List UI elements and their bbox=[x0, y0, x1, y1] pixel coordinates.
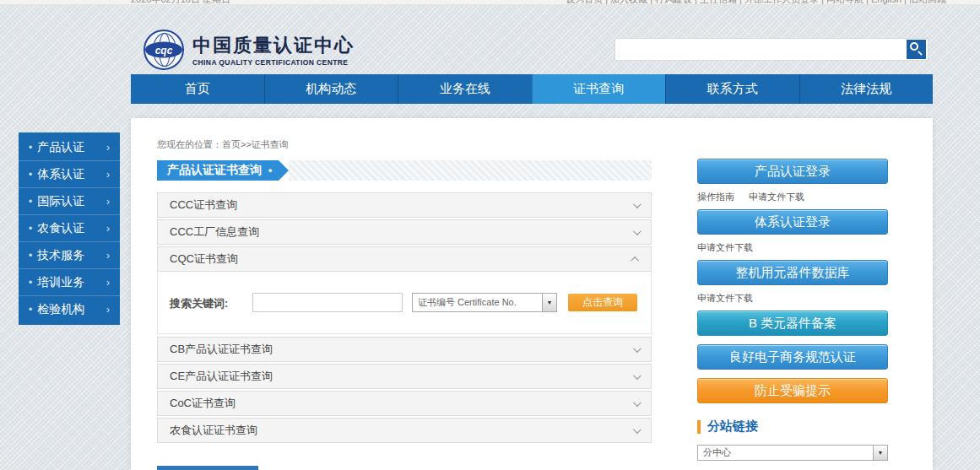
component-db-links: 申请文件下载 bbox=[697, 292, 888, 305]
sidebar-item-product-cert[interactable]: • 产品认证 › bbox=[19, 134, 120, 161]
keyword-label: 搜索关键词: bbox=[170, 296, 228, 311]
bullet-icon: • bbox=[29, 304, 32, 316]
chevron-right-icon: › bbox=[106, 277, 110, 289]
sidebar-item-system-cert[interactable]: • 体系认证 › bbox=[19, 161, 120, 188]
query-accordion: CCC证书查询 CCC工厂信息查询 CQC证书查询 搜索关键词: 证书编号 Ce… bbox=[157, 192, 652, 445]
bullet-icon: • bbox=[29, 142, 32, 154]
nav-item-news[interactable]: 机构动态 bbox=[264, 74, 398, 104]
banner-dot-icon: • bbox=[268, 165, 272, 176]
select-arrow-icon: ▼ bbox=[542, 294, 556, 311]
top-links[interactable]: 设为首页 | 加入收藏 | 行风建设 | 主任信箱 | 外部工作人员登录 | 网… bbox=[566, 0, 946, 5]
chevron-down-icon bbox=[633, 371, 642, 380]
ecommerce-cert-button[interactable]: 良好电子商务规范认证 bbox=[697, 344, 888, 370]
bullet-icon: • bbox=[29, 196, 32, 208]
nav-item-home[interactable]: 首页 bbox=[131, 74, 264, 104]
bullet-icon: • bbox=[29, 277, 32, 289]
application-files-link[interactable]: 申请文件下载 bbox=[749, 192, 804, 202]
class-b-component-button[interactable]: B 类元器件备案 bbox=[697, 311, 888, 336]
search-type-select[interactable]: 证书编号 Certificate No. ▼ bbox=[412, 293, 557, 312]
chevron-down-icon bbox=[633, 227, 642, 235]
cqc-abbr: cqc bbox=[145, 42, 182, 58]
bullet-icon: • bbox=[29, 250, 32, 262]
header-search-button[interactable] bbox=[907, 40, 926, 59]
application-files-link[interactable]: 申请文件下载 bbox=[697, 242, 753, 252]
accordion-ccc-certificate[interactable]: CCC证书查询 bbox=[157, 192, 652, 218]
chevron-right-icon: › bbox=[106, 196, 110, 208]
chevron-right-icon: › bbox=[106, 250, 110, 262]
chevron-down-icon bbox=[633, 425, 642, 434]
header-search bbox=[615, 38, 929, 61]
product-cert-login-button[interactable]: 产品认证登录 bbox=[697, 159, 888, 184]
nav-item-contact[interactable]: 联系方式 bbox=[665, 74, 799, 104]
cqc-search-form: 搜索关键词: 证书编号 Certificate No. ▼ 点击查询 bbox=[157, 272, 652, 334]
current-date: 2020年02月16日 星期日 bbox=[131, 0, 230, 5]
chevron-down-icon bbox=[633, 398, 642, 407]
section-banner: 产品认证证书查询 • bbox=[157, 160, 652, 181]
sidebar-item-training[interactable]: • 培训业务 › bbox=[19, 269, 120, 296]
sidebar-item-tech-service[interactable]: • 技术服务 › bbox=[19, 242, 120, 269]
banner-hatch-strip bbox=[289, 160, 652, 181]
site-subtitle: CHINA QUALITY CERTIFICATION CENTRE bbox=[192, 58, 355, 67]
query-submit-button[interactable]: 点击查询 bbox=[568, 294, 637, 311]
chevron-down-icon bbox=[633, 344, 642, 353]
system-cert-login-button[interactable]: 体系认证登录 bbox=[697, 209, 888, 235]
chevron-right-icon: › bbox=[106, 169, 110, 181]
chevron-down-icon bbox=[633, 200, 642, 208]
subsite-select[interactable]: 分中心 ▼ bbox=[697, 445, 888, 461]
accordion-ccc-factory[interactable]: CCC工厂信息查询 bbox=[157, 219, 652, 245]
chevron-right-icon: › bbox=[106, 142, 110, 154]
subsite-links-header: 分站链接 bbox=[697, 419, 888, 435]
operation-guide-link[interactable]: 操作指南 bbox=[697, 192, 734, 202]
page-title: 产品认证证书查询 bbox=[167, 163, 262, 178]
main-nav: 首页 机构动态 业务在线 证书查询 联系方式 法律法规 bbox=[131, 74, 933, 104]
search-icon bbox=[910, 42, 918, 51]
nav-item-online-business[interactable]: 业务在线 bbox=[398, 74, 532, 104]
nav-item-certificate-query[interactable]: 证书查询 bbox=[532, 74, 666, 104]
accordion-agrifood-certificate[interactable]: 农食认证证书查询 bbox=[157, 418, 652, 443]
header-search-input[interactable] bbox=[615, 39, 907, 60]
sidebar-item-agrifood-cert[interactable]: • 农食认证 › bbox=[19, 215, 120, 242]
component-database-button[interactable]: 整机用元器件数据库 bbox=[697, 260, 888, 285]
product-login-links: 操作指南 申请文件下载 bbox=[697, 191, 888, 203]
accordion-cqc-certificate[interactable]: CQC证书查询 bbox=[157, 246, 652, 272]
application-files-link[interactable]: 申请文件下载 bbox=[697, 293, 753, 303]
select-arrow-icon: ▼ bbox=[873, 446, 887, 460]
system-login-links: 申请文件下载 bbox=[697, 241, 888, 254]
breadcrumb: 您现在的位置：首页>>证书查询 bbox=[157, 138, 289, 151]
accordion-cb-certificate[interactable]: CB产品认证证书查询 bbox=[157, 337, 652, 362]
accordion-ce-certificate[interactable]: CE产品认证证书查询 bbox=[157, 364, 652, 389]
site-logo[interactable]: cqc 中国质量认证中心 CHINA QUALITY CERTIFICATION… bbox=[143, 28, 355, 72]
cqc-globe-icon: cqc bbox=[143, 30, 184, 70]
top-utility-bar: 2020年02月16日 星期日 设为首页 | 加入收藏 | 行风建设 | 主任信… bbox=[0, 0, 980, 5]
bullet-icon: • bbox=[29, 169, 32, 181]
orange-bar-icon bbox=[697, 420, 701, 434]
chevron-right-icon: › bbox=[106, 304, 110, 316]
site-title: 中国质量认证中心 bbox=[192, 33, 355, 58]
nav-item-laws[interactable]: 法律法规 bbox=[799, 74, 934, 104]
bullet-icon: • bbox=[29, 223, 32, 235]
accordion-coc-certificate[interactable]: CoC证书查询 bbox=[157, 391, 652, 416]
right-panel: 产品认证登录 操作指南 申请文件下载 体系认证登录 申请文件下载 整机用元器件数… bbox=[697, 159, 888, 470]
left-sidebar: • 产品认证 › • 体系认证 › • 国际认证 › • 农食认证 › • 技术… bbox=[19, 132, 120, 325]
sidebar-item-inspection[interactable]: • 检验机构 › bbox=[19, 296, 120, 323]
content-panel: 您现在的位置：首页>>证书查询 产品认证证书查询 • CCC证书查询 CCC工厂… bbox=[131, 118, 933, 470]
anti-fraud-button[interactable]: 防止受骗提示 bbox=[697, 378, 888, 403]
next-section-banner-clipped bbox=[157, 466, 258, 470]
chevron-right-icon: › bbox=[106, 223, 110, 235]
sidebar-item-international-cert[interactable]: • 国际认证 › bbox=[19, 188, 120, 215]
keyword-input[interactable] bbox=[252, 293, 403, 312]
